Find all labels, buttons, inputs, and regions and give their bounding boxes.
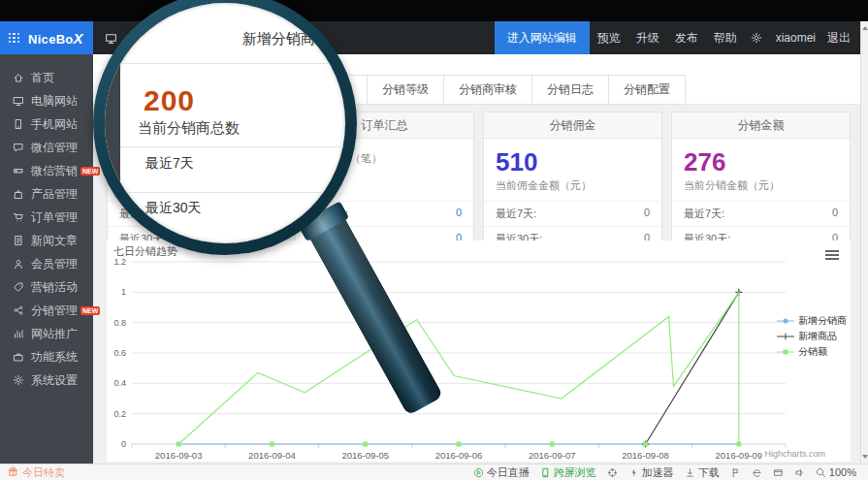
magnified-row-7days: 最近7天 xyxy=(145,155,194,173)
card-stat-value[interactable]: 0 xyxy=(832,207,838,221)
chart-context-menu-icon[interactable] xyxy=(825,250,839,260)
sidebar-item-wechat[interactable]: 微信管理 xyxy=(0,136,93,159)
statusbar-wheel-item[interactable] xyxy=(607,467,618,478)
sidebar-item-gear[interactable]: 系统设置 xyxy=(0,368,93,392)
statusbar-flag-item[interactable] xyxy=(730,467,741,478)
tab-5[interactable]: 分销配置 xyxy=(608,75,686,105)
mobile-icon xyxy=(540,467,551,478)
briefcase-icon xyxy=(13,351,24,363)
scroll-down-arrow-icon[interactable] xyxy=(862,455,868,459)
sidebar-item-mobile[interactable]: 手机网站 xyxy=(0,112,93,136)
sidebar-item-cart[interactable]: 订单管理 xyxy=(0,206,93,229)
status-bar-tools: 今日直播跨屏浏览加速器下载100% xyxy=(473,465,868,480)
tab-4[interactable]: 分销日志 xyxy=(531,75,609,105)
magnifier-lens: 新增分销商 200 当前分销商总数 最近7天 最近30天 xyxy=(93,0,357,255)
new-badge: NEW xyxy=(80,167,100,176)
sidebar-item-label: 产品管理 xyxy=(31,186,78,203)
sidebar-item-label: 系统设置 xyxy=(31,372,78,389)
card-value: 276 xyxy=(684,148,838,176)
card-value: 510 xyxy=(496,148,650,176)
sidebar-item-member[interactable]: 会员管理 xyxy=(0,252,93,275)
sidebar-item-desktop[interactable]: 电脑网站 xyxy=(0,89,93,112)
svg-text:2016-09-06: 2016-09-06 xyxy=(435,450,483,461)
statusbar-play-item[interactable]: 今日直播 xyxy=(473,465,530,480)
upgrade-link[interactable]: 升级 xyxy=(628,30,667,47)
svg-text:2016-09-04: 2016-09-04 xyxy=(248,450,296,461)
svg-text:0.6: 0.6 xyxy=(113,348,126,358)
sidebar-item-label: 首页 xyxy=(31,70,54,86)
sidebar-item-label: 微信管理 xyxy=(31,140,78,156)
magnified-row-30days: 最近30天 xyxy=(145,200,202,217)
sidebar-item-tag[interactable]: 营销活动 xyxy=(0,275,93,299)
preview-link[interactable]: 预览 xyxy=(590,30,628,47)
apps-grid-icon[interactable] xyxy=(9,33,19,44)
statusbar-zoomglass-item[interactable]: 100% xyxy=(816,466,856,478)
news-icon xyxy=(13,235,24,246)
lightning-icon xyxy=(628,467,639,478)
cart-icon xyxy=(13,211,24,223)
gamepad-icon xyxy=(13,165,24,176)
card-stat-value[interactable]: 0 xyxy=(456,207,462,221)
svg-text:2016-09-07: 2016-09-07 xyxy=(529,450,576,461)
wechat-icon xyxy=(13,142,24,153)
sidebar-item-bag[interactable]: 产品管理 xyxy=(0,182,93,206)
svg-text:2016-09-09: 2016-09-09 xyxy=(716,450,763,461)
sidebar-item-news[interactable]: 新闻文章 xyxy=(0,229,93,252)
stat-card: 分销金额276当前分销金额（元）最近7天:0最近30天:0 xyxy=(671,112,851,252)
tab-3[interactable]: 分销商审核 xyxy=(443,75,532,105)
svg-text:2016-09-05: 2016-09-05 xyxy=(341,450,389,461)
desktop-icon xyxy=(13,95,24,107)
sidebar-item-label: 微信营销 xyxy=(31,163,78,179)
help-link[interactable]: 帮助 xyxy=(706,30,745,47)
statusbar-speaker-item[interactable] xyxy=(794,467,805,478)
chart-panel: 七日分销趋势 00.20.40.60.811.22016-09-032016-0… xyxy=(107,240,851,462)
sidebar-item-home[interactable]: 首页 xyxy=(0,66,93,89)
legend-item[interactable]: 分销额 xyxy=(777,345,847,359)
legend-item[interactable]: 新增分销商 xyxy=(777,314,847,328)
member-icon xyxy=(13,258,24,270)
statusbar-ie-item[interactable] xyxy=(752,467,762,478)
statusbar-window-item[interactable] xyxy=(773,467,784,478)
svg-text:0: 0 xyxy=(121,439,126,449)
trend-line-chart: 00.20.40.60.811.22016-09-032016-09-04201… xyxy=(107,240,851,462)
sidebar-item-share[interactable]: 分销管理NEW xyxy=(0,299,93,322)
sidebar-item-label: 电脑网站 xyxy=(31,93,78,110)
legend-item[interactable]: 新增商品 xyxy=(777,330,847,343)
sidebar: 首页电脑网站手机网站微信管理微信营销NEW产品管理订单管理新闻文章会员管理营销活… xyxy=(0,54,93,464)
svg-text:0.8: 0.8 xyxy=(113,318,126,328)
share-icon xyxy=(13,304,24,316)
play-icon xyxy=(473,467,484,478)
magnified-total-label: 当前分销商总数 xyxy=(138,119,240,138)
vertical-scrollbar[interactable] xyxy=(860,21,868,464)
statusbar-mobile-item[interactable]: 跨屏浏览 xyxy=(540,465,596,480)
enter-site-editor-button[interactable]: 进入网站编辑 xyxy=(495,21,590,54)
sidebar-item-label: 新闻文章 xyxy=(31,233,78,249)
statusbar-download-item[interactable]: 下载 xyxy=(685,465,720,480)
magnified-total-value: 200 xyxy=(144,84,195,117)
tag-icon xyxy=(13,281,24,293)
card-stat-row: 最近7天:0 xyxy=(672,201,850,226)
flag-icon xyxy=(730,467,741,478)
brand-logo: NiceBoX xyxy=(28,30,83,47)
card-title: 分销金额 xyxy=(672,112,850,139)
today-sale-item[interactable]: 今日特卖 xyxy=(0,465,65,480)
card-unit-label: 当前分销金额（元） xyxy=(684,178,838,193)
username-link[interactable]: xiaomei xyxy=(768,31,823,45)
mobile-icon xyxy=(13,118,24,130)
sidebar-item-gamepad[interactable]: 微信营销NEW xyxy=(0,159,93,182)
publish-link[interactable]: 发布 xyxy=(667,30,706,47)
card-title: 分销佣金 xyxy=(484,112,661,139)
logout-link[interactable]: 退出 xyxy=(823,30,860,47)
speaker-icon xyxy=(794,467,805,478)
svg-text:2016-09-08: 2016-09-08 xyxy=(622,450,669,461)
scroll-up-arrow-icon[interactable] xyxy=(862,26,868,30)
sidebar-item-bars[interactable]: 网站推广 xyxy=(0,322,93,345)
sidebar-item-briefcase[interactable]: 功能系统 xyxy=(0,345,93,368)
chart-title: 七日分销趋势 xyxy=(113,244,177,259)
card-stat-value[interactable]: 0 xyxy=(644,207,650,221)
settings-gear-icon[interactable] xyxy=(745,32,768,44)
statusbar-lightning-item[interactable]: 加速器 xyxy=(628,465,674,480)
gift-icon xyxy=(8,466,18,479)
zoomglass-icon xyxy=(816,467,826,478)
tab-2[interactable]: 分销等级 xyxy=(367,75,444,105)
